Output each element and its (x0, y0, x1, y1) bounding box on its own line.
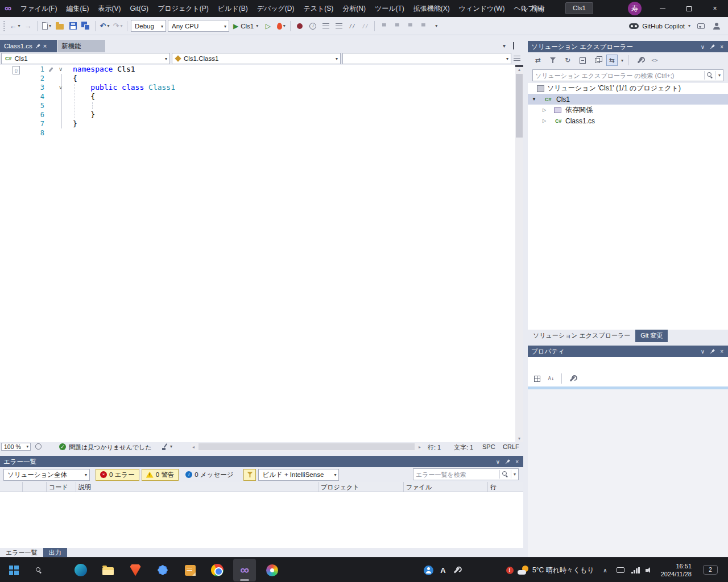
close-icon[interactable]: × (720, 348, 723, 355)
scroll-right-icon[interactable]: ▸ (419, 444, 421, 450)
search-icon[interactable] (502, 471, 508, 477)
solution-platform-dropdown[interactable]: Any CPU▾ (168, 20, 229, 32)
start-without-debugging-button[interactable]: ▷ (262, 19, 274, 33)
undo-button[interactable]: ↶▾ (99, 19, 110, 33)
property-pages-button[interactable] (566, 373, 578, 384)
menu-analyze[interactable]: 分析(N) (338, 0, 370, 17)
properties-header[interactable]: プロパティ ∨ × (528, 346, 728, 357)
fold-collapse-icon[interactable]: ∨ (59, 84, 63, 91)
column-header-state[interactable] (0, 482, 23, 492)
error-source-dropdown[interactable]: ビルド + IntelliSense▾ (258, 469, 339, 481)
window-menu-chevron-icon[interactable]: ∨ (701, 44, 705, 50)
dropdown-arrow-icon[interactable]: ▾ (511, 472, 518, 477)
tab-git-changes[interactable]: Git 変更 (635, 330, 668, 342)
error-list-search-input[interactable] (413, 471, 499, 478)
tree-item-dependencies[interactable]: ▷ 依存関係 (528, 105, 728, 115)
tab-close-icon[interactable]: × (43, 43, 47, 49)
solution-explorer-header[interactable]: ソリューション エクスプローラー ∨ × (528, 41, 728, 52)
pin-icon[interactable] (34, 43, 42, 50)
refresh-button[interactable]: ↻ (562, 55, 573, 66)
toggle-bookmark-button[interactable] (378, 19, 390, 33)
sync-with-active-document-button[interactable]: ⇆ (606, 55, 618, 66)
menu-debug[interactable]: デバッグ(D) (253, 0, 299, 17)
splitter-handle-icon[interactable] (514, 56, 520, 61)
close-button[interactable]: × (702, 0, 728, 17)
window-menu-chevron-icon[interactable]: ∨ (496, 459, 500, 465)
code-line[interactable]: } (73, 110, 95, 119)
comment-lines-button[interactable]: // (346, 19, 358, 33)
dropdown-arrow-icon[interactable]: ▾ (621, 58, 623, 63)
navbar-member-dropdown[interactable]: ▾ (342, 53, 511, 64)
uncomment-lines-button[interactable]: // (359, 19, 371, 33)
network-tray-button[interactable] (628, 559, 643, 581)
solution-explorer-search-input[interactable] (533, 72, 704, 79)
scroll-up-icon[interactable]: ▴ (515, 67, 523, 72)
switch-views-button[interactable]: ⇄ (532, 55, 544, 66)
tab-error-list[interactable]: エラー一覧 (0, 548, 43, 557)
zoom-dropdown[interactable]: 100 %▾ (1, 443, 31, 451)
feedback-button[interactable] (695, 19, 706, 33)
tab-solution-explorer[interactable]: ソリューション エクスプローラー (528, 330, 635, 342)
error-list-body[interactable] (0, 492, 523, 548)
hidden-icons-button[interactable]: ∧ (598, 559, 612, 581)
save-button[interactable] (67, 19, 78, 33)
start-button[interactable] (2, 559, 25, 581)
document-health-icon[interactable] (35, 443, 42, 450)
pin-icon[interactable] (709, 43, 716, 51)
column-header-code[interactable]: コード (47, 482, 76, 492)
filter-button[interactable] (243, 469, 256, 481)
column-header-file[interactable]: ファイル (404, 482, 488, 492)
save-all-button[interactable] (80, 19, 92, 33)
column-header-line[interactable]: 行 (488, 482, 523, 492)
menu-edit[interactable]: 編集(E) (61, 0, 93, 17)
github-copilot-button[interactable]: GitHub Copilot ▾ (629, 19, 690, 33)
menu-view[interactable]: 表示(V) (93, 0, 125, 17)
tray-alert-button[interactable]: ! (503, 559, 516, 581)
scrollbar-thumb[interactable] (516, 74, 523, 138)
column-header-project[interactable]: プロジェクト (318, 482, 404, 492)
hot-reload-button[interactable]: ▾ (275, 19, 287, 33)
view-code-button[interactable]: <> (649, 55, 660, 66)
tab-output[interactable]: 出力 (43, 548, 67, 557)
code-line[interactable]: namespace Cls1 (73, 65, 135, 74)
live-share-button[interactable] (711, 19, 722, 33)
notes-app-button[interactable] (179, 559, 201, 581)
menu-build[interactable]: ビルド(B) (213, 0, 253, 17)
editor-options-icon[interactable] (513, 43, 514, 49)
code-line[interactable]: } (73, 119, 77, 128)
previous-bookmark-button[interactable] (391, 19, 403, 33)
toolbar-grip[interactable] (3, 21, 5, 31)
expander-collapsed-icon[interactable]: ▷ (541, 107, 547, 113)
code-line[interactable]: public class Class1 (73, 83, 175, 92)
tab-whats-new[interactable]: 新機能 (57, 40, 105, 52)
menu-file[interactable]: ファイル(F) (16, 0, 61, 17)
pin-icon[interactable] (709, 348, 716, 355)
code-line[interactable]: { (73, 92, 95, 101)
decrease-indent-button[interactable] (320, 19, 332, 33)
code-editor[interactable]: {} 1 2 3 4 5 6 7 8 ∨ ∨ namespace Cls1 { … (0, 65, 515, 442)
menu-test[interactable]: テスト(S) (299, 0, 338, 17)
scroll-down-icon[interactable]: ▾ (515, 436, 523, 441)
menu-git[interactable]: Git(G) (125, 0, 153, 17)
tree-item-class1-cs[interactable]: ▷ C# Class1.cs (528, 115, 728, 126)
menu-tools[interactable]: ツール(T) (370, 0, 409, 17)
quick-search-button[interactable]: 検索 (521, 0, 545, 17)
navigate-forward-button[interactable]: → (22, 19, 34, 33)
menu-window[interactable]: ウィンドウ(W) (454, 0, 510, 17)
expander-collapsed-icon[interactable]: ▷ (541, 118, 547, 123)
code-cleanup-broom-icon[interactable] (162, 443, 168, 450)
editor-vertical-scrollbar[interactable]: ▴ ▾ (515, 65, 523, 442)
account-avatar[interactable]: 寿 (628, 2, 642, 15)
next-bookmark-button[interactable] (404, 19, 416, 33)
clock-button[interactable]: 16:51 2024/11/28 (654, 562, 692, 578)
navbar-type-dropdown[interactable]: Cls1.Class1 ▾ (172, 53, 341, 64)
weather-button[interactable] (515, 559, 531, 581)
start-debugging-button[interactable]: ▶ Cls1 ▾ (231, 19, 260, 33)
categorized-button[interactable] (531, 373, 543, 384)
open-file-button[interactable] (54, 19, 65, 33)
code-line[interactable]: { (73, 74, 77, 83)
tab-class1-cs[interactable]: Class1.cs × (0, 40, 57, 52)
editor-horizontal-scrollbar[interactable]: ◂ ▸ (191, 443, 422, 451)
edge-browser-button[interactable] (69, 559, 92, 581)
error-list-search-box[interactable]: ▾ (413, 468, 519, 480)
